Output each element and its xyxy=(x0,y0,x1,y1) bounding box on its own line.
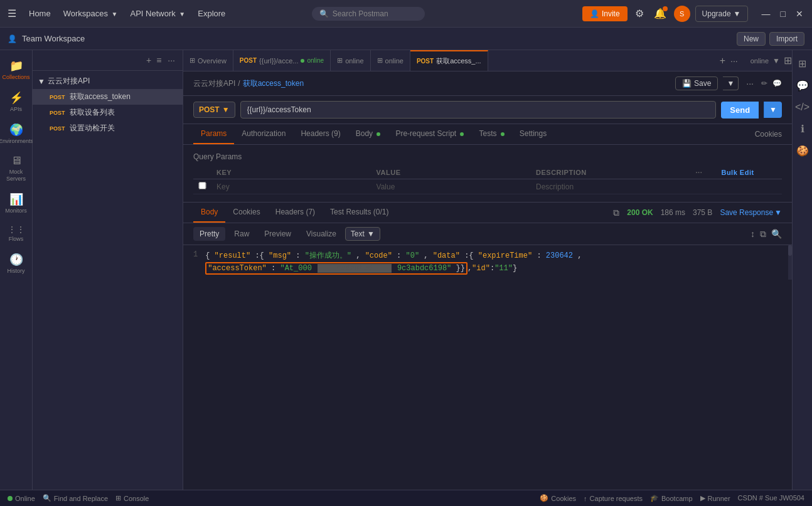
more-options-icon[interactable]: ··· xyxy=(165,54,178,66)
capture-requests-button[interactable]: ↑ Capture requests xyxy=(584,494,643,502)
line-wrap-icon[interactable]: ↕ xyxy=(751,229,755,239)
req-tab-headers[interactable]: Headers (9) xyxy=(293,124,348,144)
req-tab-body[interactable]: Body xyxy=(348,124,388,144)
console-button[interactable]: ⊞ Console xyxy=(115,494,149,502)
param-checkbox[interactable] xyxy=(198,182,206,189)
tab-access-token[interactable]: POST 获取access_... xyxy=(410,50,488,71)
resp-tab-test-results[interactable]: Test Results (0/1) xyxy=(323,203,396,223)
req-tab-prerequest[interactable]: Pre-request Script xyxy=(388,124,471,144)
format-visualize[interactable]: Visualize xyxy=(300,227,343,241)
tab-dropdown-icon[interactable]: ▼ xyxy=(772,56,780,65)
environments-icon: 🌍 xyxy=(9,123,23,137)
upgrade-button[interactable]: Upgrade ▼ xyxy=(695,6,748,22)
settings-icon[interactable]: ⚙ xyxy=(633,5,646,22)
scrollbar-thumb[interactable] xyxy=(788,245,792,256)
sidebar-item-history[interactable]: 🕐 History xyxy=(3,249,30,278)
minimize-button[interactable]: — xyxy=(758,8,774,20)
search-bar[interactable]: 🔍 Search Postman xyxy=(312,7,425,21)
resp-tab-cookies[interactable]: Cookies xyxy=(225,203,267,223)
resp-tab-body[interactable]: Body xyxy=(193,203,225,223)
response-toolbar-right: ↕ ⧉ 🔍 xyxy=(751,229,782,240)
format-type-select[interactable]: Text ▼ xyxy=(345,227,380,241)
collection-item-yunyun[interactable]: ▼ 云云对接API xyxy=(33,73,183,89)
online-label: Online xyxy=(15,495,35,502)
format-preview[interactable]: Preview xyxy=(258,227,297,241)
right-icon-code[interactable]: </> xyxy=(793,99,812,115)
format-pretty[interactable]: Pretty xyxy=(193,227,225,241)
notification-dot xyxy=(663,6,668,11)
invite-button[interactable]: 👤 Invite xyxy=(582,6,628,21)
maximize-button[interactable]: □ xyxy=(777,8,789,20)
nav-home[interactable]: Home xyxy=(24,6,56,21)
copy-response-button[interactable]: ⧉ xyxy=(760,229,766,240)
right-icon-info[interactable]: ℹ xyxy=(798,120,807,137)
import-button[interactable]: Import xyxy=(769,32,804,46)
req-tab-params[interactable]: Params xyxy=(193,124,234,144)
right-icon-cookie[interactable]: 🍪 xyxy=(794,142,811,159)
save-button[interactable]: 💾 Save xyxy=(675,76,718,90)
tab-post-url[interactable]: POST {{url}}/acce... online xyxy=(233,50,331,71)
tab-overview[interactable]: ⊞ Overview xyxy=(183,50,233,71)
breadcrumb-parent[interactable]: 云云对接API xyxy=(193,78,235,89)
comment-icon[interactable]: 💬 xyxy=(772,79,782,88)
save-response-button[interactable]: Save Response ▼ xyxy=(720,208,782,217)
save-icon: 💾 xyxy=(682,79,692,88)
url-bar: POST ▼ Send ▼ xyxy=(183,96,792,124)
url-input[interactable] xyxy=(240,101,717,119)
copy-response-icon[interactable]: ⧉ xyxy=(613,208,619,218)
close-button[interactable]: ✕ xyxy=(792,8,807,20)
tab-online-1[interactable]: ⊞ online xyxy=(331,50,370,71)
method-select[interactable]: POST ▼ xyxy=(193,102,235,118)
tab-more-button[interactable]: ··· xyxy=(728,55,740,67)
notification-icon[interactable]: 🔔 xyxy=(651,5,669,22)
sidebar-item-monitors[interactable]: 📊 Monitors xyxy=(3,189,30,218)
nav-workspaces[interactable]: Workspaces ▼ xyxy=(58,6,123,21)
collections-icon: 📁 xyxy=(9,59,23,73)
bootcamp-button[interactable]: 🎓 Bootcamp xyxy=(650,494,693,502)
key-input[interactable] xyxy=(216,182,366,191)
right-icon-comment[interactable]: 💬 xyxy=(794,77,811,94)
cookies-link[interactable]: Cookies xyxy=(755,130,782,139)
desc-input[interactable] xyxy=(536,182,686,191)
response-tabs-bar: Body Cookies Headers (7) Test Results (0… xyxy=(183,203,792,223)
more-options-button[interactable]: ··· xyxy=(744,77,756,90)
sidebar-collections-label: Collections xyxy=(2,74,29,81)
save-dropdown-button[interactable]: ▼ xyxy=(723,76,739,90)
tree-item-access-token[interactable]: POST 获取access_token xyxy=(33,89,183,105)
sidebar-item-apis[interactable]: ⚡ APIs xyxy=(3,87,30,117)
layout-icon[interactable]: ⊞ xyxy=(784,55,792,66)
col-description: DESCRIPTION xyxy=(531,166,691,179)
sidebar-item-environments[interactable]: 🌍 Environments xyxy=(3,119,30,149)
breadcrumb: 云云对接API / 获取access_token 💾 Save ▼ ··· ✏ … xyxy=(183,71,792,96)
find-replace-button[interactable]: 🔍 Find and Replace xyxy=(43,494,108,502)
status-online[interactable]: Online xyxy=(8,495,35,502)
req-tab-tests[interactable]: Tests xyxy=(471,124,511,144)
format-raw[interactable]: Raw xyxy=(228,227,255,241)
menu-icon[interactable]: ☰ xyxy=(5,5,19,22)
new-button[interactable]: New xyxy=(737,32,766,46)
col-bulk-edit[interactable]: Bulk Edit xyxy=(716,166,782,179)
sort-icon[interactable]: ≡ xyxy=(155,54,163,66)
right-icon-layout[interactable]: ⊞ xyxy=(796,55,809,72)
tree-item-device-list[interactable]: POST 获取设备列表 xyxy=(33,105,183,120)
search-response-button[interactable]: 🔍 xyxy=(771,229,782,239)
tab-online-2[interactable]: ⊞ online xyxy=(371,50,410,71)
req-tab-auth[interactable]: Authorization xyxy=(234,124,293,144)
nav-api-network[interactable]: API Network ▼ xyxy=(126,6,191,21)
sidebar-item-mock-servers[interactable]: 🖥 Mock Servers xyxy=(3,150,30,186)
add-collection-button[interactable]: + xyxy=(145,54,152,66)
send-dropdown-button[interactable]: ▼ xyxy=(764,102,782,118)
sidebar-item-flows[interactable]: ⋮⋮ Flows xyxy=(3,221,30,246)
req-tab-settings[interactable]: Settings xyxy=(512,124,554,144)
value-input[interactable] xyxy=(377,182,526,191)
avatar[interactable]: S xyxy=(674,6,690,22)
add-tab-button[interactable]: + xyxy=(720,55,725,66)
edit-icon[interactable]: ✏ xyxy=(761,79,767,88)
runner-button[interactable]: ▶ Runner xyxy=(700,494,730,502)
sidebar-item-collections[interactable]: 📁 Collections xyxy=(3,55,30,85)
send-button[interactable]: Send xyxy=(721,102,759,119)
resp-tab-headers[interactable]: Headers (7) xyxy=(268,203,323,223)
tree-item-switch[interactable]: POST 设置动检开关 xyxy=(33,120,183,136)
cookies-status[interactable]: 🍪 Cookies xyxy=(540,494,576,502)
nav-explore[interactable]: Explore xyxy=(193,6,230,21)
